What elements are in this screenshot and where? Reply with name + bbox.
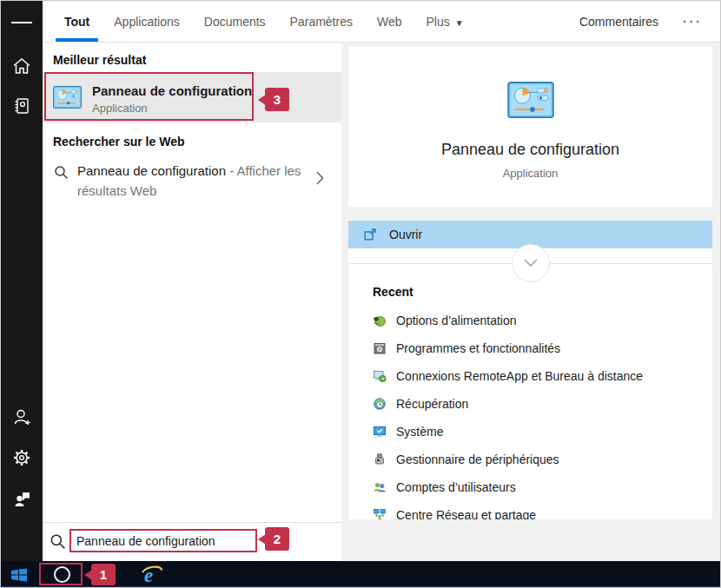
open-external-icon (363, 228, 377, 241)
recent-item[interactable]: Options d’alimentation (348, 307, 712, 334)
recent-item[interactable]: Gestionnaire de périphériques (348, 446, 712, 473)
chevron-down-icon (523, 259, 539, 268)
preview-title: Panneau de configuration (348, 141, 712, 159)
topbar-right: Commentaires ··· (579, 1, 721, 42)
chevron-right-icon[interactable] (316, 171, 324, 188)
recovery-icon (373, 397, 387, 411)
recent-item[interactable]: Système (348, 418, 712, 446)
tab-documents[interactable]: Documents (204, 1, 266, 42)
recent-item[interactable]: Programmes et fonctionnalités (348, 334, 712, 362)
windows-start-icon[interactable] (10, 566, 28, 587)
tab-parametres[interactable]: Paramètres (290, 1, 353, 42)
remoteapp-connections-icon (373, 369, 387, 383)
power-options-icon (373, 314, 387, 327)
tab-web[interactable]: Web (377, 1, 402, 42)
tab-tout[interactable]: Tout (64, 1, 89, 42)
app-preview-card: Panneau de configuration Application (348, 47, 712, 207)
hamburger-menu-icon[interactable] (11, 12, 32, 33)
network-sharing-center-icon (373, 508, 387, 519)
search-results-panel: Meilleur résultat Panneau de config (43, 43, 341, 561)
tab-plus[interactable]: Plus▼ (427, 1, 464, 42)
expand-collapse-button[interactable] (512, 244, 550, 282)
preview-subtitle: Application (348, 167, 712, 180)
search-filter-tabs: Tout Applications Documents Paramètres W… (43, 1, 464, 42)
web-result-text: Panneau de configuration - Afficher les (77, 163, 301, 178)
best-match-result[interactable]: Panneau de configuration Application (43, 72, 341, 122)
web-search-section-header: Rechercher sur le Web (53, 135, 184, 149)
recent-section-header: Recent (373, 285, 413, 299)
search-bar-row (43, 522, 341, 561)
recent-item[interactable]: Connexions RemoteApp et Bureau à distanc… (348, 362, 712, 390)
control-panel-icon (348, 82, 712, 122)
search-tabs-bar: Tout Applications Documents Paramètres W… (43, 1, 721, 43)
control-panel-icon (53, 86, 82, 112)
recent-item[interactable]: Récupération (348, 390, 712, 418)
cortana-icon[interactable] (54, 566, 70, 583)
search-icon (54, 165, 69, 183)
recent-item[interactable]: Centre Réseau et partage (348, 501, 712, 519)
system-icon (373, 425, 387, 439)
journal-icon[interactable] (11, 96, 32, 116)
app-actions-card: Ouvrir Recent Options d’alimentation (348, 221, 712, 519)
annotation-callout-1: 1 (91, 564, 116, 585)
web-result-text-line2: résultats Web (77, 183, 156, 198)
best-match-subtitle: Application (92, 102, 148, 115)
feedback-link[interactable]: Commentaires (579, 1, 658, 42)
best-match-title: Panneau de configuration (92, 83, 252, 98)
settings-gear-icon[interactable] (11, 447, 32, 468)
internet-explorer-icon[interactable]: e (141, 564, 163, 588)
web-search-result[interactable]: Panneau de configuration - Afficher les … (43, 160, 341, 205)
programs-features-icon (373, 341, 387, 355)
windows-search-flyout: Tout Applications Documents Paramètres W… (0, 0, 721, 588)
add-account-icon[interactable] (11, 406, 32, 427)
best-match-section-header: Meilleur résultat (53, 53, 146, 67)
tab-applications[interactable]: Applications (114, 1, 180, 42)
feedback-icon[interactable] (11, 488, 32, 509)
recent-item[interactable]: Comptes d’utilisateurs (348, 473, 712, 501)
more-options-icon[interactable]: ··· (683, 1, 703, 42)
search-input[interactable] (69, 529, 257, 552)
annotation-callout-2: 2 (265, 527, 289, 551)
search-icon (50, 533, 66, 553)
device-manager-icon (373, 453, 387, 466)
preview-panel: Panneau de configuration Application Ouv… (341, 43, 721, 561)
search-flyout-sidebar (1, 1, 43, 561)
user-accounts-icon (373, 480, 387, 494)
home-icon[interactable] (11, 56, 32, 76)
chevron-down-icon: ▼ (455, 18, 464, 28)
open-action-label: Ouvrir (389, 221, 422, 248)
annotation-callout-3: 3 (265, 88, 289, 111)
